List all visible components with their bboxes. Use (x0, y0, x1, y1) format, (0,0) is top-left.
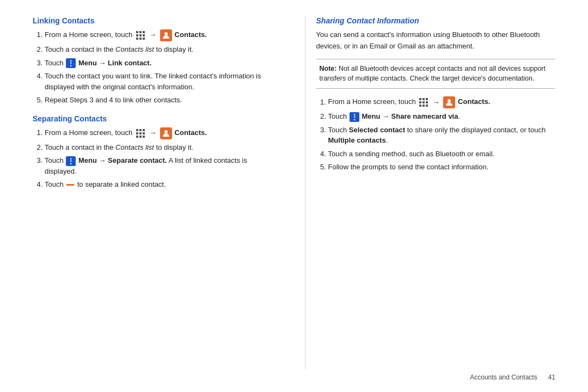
separating-contacts-title: Separating Contacts (33, 114, 272, 123)
bold-text: Menu → Link contact. (78, 59, 151, 67)
list-item: From a Home screen, touch (45, 29, 272, 41)
italic-text: Contacts list (115, 45, 154, 53)
content-columns: Linking Contacts From a Home screen, tou… (33, 16, 555, 369)
page: Linking Contacts From a Home screen, tou… (0, 0, 588, 392)
linking-contacts-section: Linking Contacts From a Home screen, tou… (33, 16, 272, 106)
footer: Accounts and Contacts 41 (33, 369, 555, 381)
italic-text: Contacts list (115, 143, 154, 151)
svg-rect-12 (143, 129, 145, 131)
svg-rect-15 (143, 132, 145, 134)
contacts-label: Contacts. (175, 128, 207, 137)
person-icon (160, 29, 172, 41)
intro-text: You can send a contact's information usi… (316, 29, 556, 52)
footer-label: Accounts and Contacts (470, 373, 537, 381)
svg-point-9 (164, 32, 168, 35)
sharing-contact-title: Sharing Contact Information (316, 16, 556, 25)
svg-rect-26 (419, 105, 421, 107)
svg-rect-28 (426, 105, 428, 107)
svg-rect-10 (136, 129, 138, 131)
separating-contacts-section: Separating Contacts From a Home screen, … (33, 114, 272, 190)
list-item: Repeat Steps 3 and 4 to link other conta… (45, 95, 272, 106)
grid-icon (418, 97, 429, 108)
svg-rect-5 (143, 34, 145, 36)
list-item: Touch a contact in the Contacts list to … (45, 44, 272, 55)
dash-icon (66, 184, 74, 186)
list-item: Touch ⋮ Menu → Share namecard via. (328, 111, 556, 122)
person-icon (443, 96, 455, 108)
list-item: Touch a sending method, such as Bluetoot… (328, 149, 556, 160)
svg-rect-22 (426, 98, 428, 100)
bold-text: Menu → Separate contact. (78, 156, 167, 164)
left-column: Linking Contacts From a Home screen, tou… (33, 16, 283, 369)
menu-icon: ⋮ (66, 58, 76, 68)
svg-rect-21 (422, 98, 425, 100)
svg-rect-16 (136, 136, 138, 138)
svg-rect-18 (143, 136, 145, 138)
svg-rect-24 (422, 101, 425, 103)
contacts-label: Contacts. (175, 30, 207, 39)
note-content: Not all Bluetooth devices accept contact… (320, 65, 546, 83)
svg-rect-1 (139, 31, 142, 33)
right-column: Sharing Contact Information You can send… (305, 16, 556, 369)
note-box: Note: Not all Bluetooth devices accept c… (316, 59, 556, 89)
svg-rect-3 (136, 34, 138, 36)
grid-icon (135, 30, 146, 41)
menu-icon: ⋮ (66, 156, 76, 166)
list-item: Touch ⋮ Menu → Link contact. (45, 58, 272, 69)
svg-rect-11 (139, 129, 142, 131)
linking-contacts-list: From a Home screen, touch (33, 29, 272, 106)
svg-rect-6 (136, 38, 138, 40)
svg-rect-13 (136, 132, 138, 134)
separating-contacts-list: From a Home screen, touch (33, 127, 272, 190)
sharing-contacts-list: From a Home screen, touch (316, 96, 556, 173)
svg-rect-7 (139, 38, 142, 40)
svg-rect-0 (136, 31, 138, 33)
svg-rect-14 (139, 132, 142, 134)
svg-rect-8 (143, 38, 145, 40)
list-item: Touch to separate a linked contact. (45, 179, 272, 190)
svg-rect-23 (419, 101, 421, 103)
list-item: Touch ⋮ Menu → Separate contact. A list … (45, 155, 272, 176)
grid-icon (135, 128, 146, 139)
svg-rect-25 (426, 101, 428, 103)
note-label: Note: (320, 65, 337, 72)
list-item: From a Home screen, touch (328, 96, 556, 108)
svg-rect-4 (139, 34, 142, 36)
svg-point-19 (164, 130, 168, 133)
list-item: Touch a contact in the Contacts list to … (45, 142, 272, 153)
svg-rect-27 (422, 105, 425, 107)
person-icon (160, 127, 172, 139)
arrow-icon: → (149, 128, 156, 137)
svg-point-29 (448, 99, 451, 102)
linking-contacts-title: Linking Contacts (33, 16, 272, 25)
arrow-icon: → (149, 30, 156, 39)
arrow-icon: → (433, 98, 440, 106)
menu-icon: ⋮ (350, 112, 359, 122)
list-item: Touch the contact you want to link. The … (45, 71, 272, 92)
bold-text: Multiple contacts (328, 136, 386, 144)
list-item: Follow the prompts to send the contact i… (328, 162, 556, 173)
contacts-label: Contacts. (458, 98, 490, 106)
bold-text: Selected contact (349, 126, 405, 134)
list-item: From a Home screen, touch (45, 127, 272, 139)
svg-rect-2 (143, 31, 145, 33)
svg-rect-20 (419, 98, 421, 100)
bold-text: Menu → Share namecard via (362, 112, 458, 120)
list-item: Touch Selected contact to share only the… (328, 125, 556, 146)
footer-page: 41 (548, 373, 555, 381)
svg-rect-17 (139, 136, 142, 138)
